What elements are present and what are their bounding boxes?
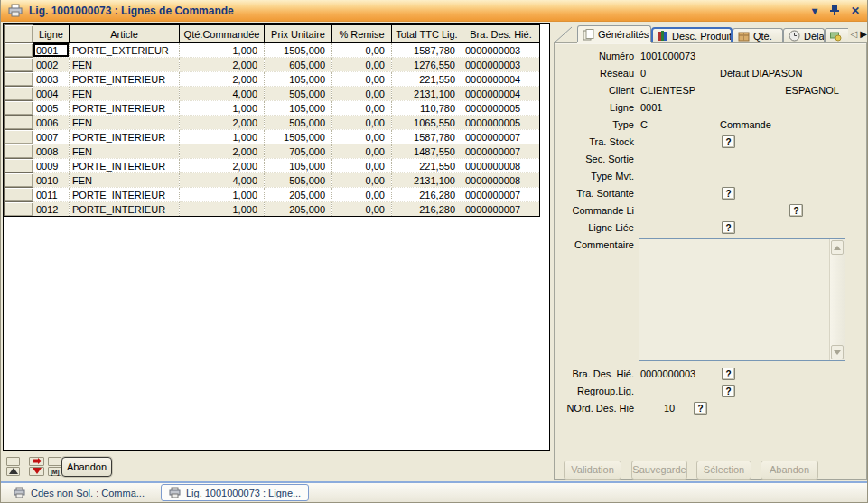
- table-cell[interactable]: 0000000004: [462, 87, 540, 101]
- tab-scroll-left-icon[interactable]: ◁: [851, 30, 858, 39]
- table-row[interactable]: 0011PORTE_INTERIEUR1,000205,0000,00216,2…: [5, 188, 540, 202]
- help-button[interactable]: ?: [722, 221, 735, 234]
- table-cell[interactable]: PORTE_INTERIEUR: [70, 188, 180, 202]
- row-selector[interactable]: [5, 58, 33, 72]
- help-button[interactable]: ?: [789, 204, 803, 217]
- table-cell[interactable]: 0003: [33, 72, 70, 87]
- footer-button-2[interactable]: Sélection: [696, 461, 751, 480]
- collapse-button[interactable]: ▾: [812, 5, 817, 16]
- table-cell[interactable]: 0000000007: [462, 144, 540, 159]
- field-value[interactable]: C: [640, 117, 648, 132]
- row-selector[interactable]: [5, 72, 33, 87]
- table-cell[interactable]: 0,00: [332, 101, 392, 116]
- grid-nav-button[interactable]: [6, 457, 20, 466]
- column-header[interactable]: Article: [70, 25, 180, 43]
- row-selector[interactable]: [5, 173, 33, 188]
- grid-nav-button[interactable]: [48, 457, 61, 466]
- help-button[interactable]: ?: [722, 135, 735, 148]
- table-cell[interactable]: PORTE_EXTERIEUR: [70, 43, 180, 58]
- table-cell[interactable]: 1,000: [180, 188, 265, 202]
- table-row[interactable]: 0002FEN2,000605,0000,001276,550000000000…: [5, 58, 540, 72]
- table-row[interactable]: 0003PORTE_INTERIEUR2,000105,0000,00221,5…: [5, 72, 540, 87]
- table-cell[interactable]: 221,550: [392, 72, 462, 87]
- table-cell[interactable]: 110,780: [392, 101, 462, 116]
- field-value[interactable]: 1001000073: [640, 49, 695, 63]
- table-cell[interactable]: 205,000: [265, 202, 332, 217]
- table-cell[interactable]: 4,000: [180, 173, 265, 188]
- row-selector[interactable]: [5, 144, 33, 159]
- taskbar-item-1[interactable]: Lig. 1001000073 : Ligne...: [161, 484, 309, 501]
- table-row[interactable]: 0010FEN4,000505,0000,002131,100000000000…: [5, 173, 540, 188]
- footer-button-3[interactable]: Abandon: [761, 461, 818, 480]
- table-cell[interactable]: 505,000: [265, 116, 332, 130]
- table-cell[interactable]: 0007: [33, 130, 70, 144]
- table-cell[interactable]: 216,280: [392, 188, 462, 202]
- table-row[interactable]: 0008FEN2,000705,0000,001487,550000000000…: [5, 144, 540, 159]
- table-cell[interactable]: 1,000: [180, 130, 265, 144]
- table-cell[interactable]: 0000000007: [462, 130, 540, 144]
- table-row[interactable]: 0005PORTE_INTERIEUR1,000105,0000,00110,7…: [5, 101, 540, 116]
- footer-button-1[interactable]: Sauvegarde: [631, 461, 687, 480]
- table-cell[interactable]: 0000000005: [462, 116, 540, 130]
- table-cell[interactable]: 0,00: [332, 116, 392, 130]
- close-button[interactable]: ✕: [851, 5, 860, 16]
- table-cell[interactable]: 0000000007: [462, 202, 540, 217]
- table-cell[interactable]: 4,000: [180, 87, 265, 101]
- table-cell[interactable]: 0009: [33, 159, 70, 173]
- tab-0[interactable]: Généralités: [577, 25, 651, 42]
- tab-3[interactable]: Délai: [783, 28, 825, 42]
- table-cell[interactable]: 0,00: [332, 87, 392, 101]
- table-cell[interactable]: 2,000: [180, 116, 265, 130]
- table-cell[interactable]: FEN: [70, 116, 180, 130]
- table-cell[interactable]: 1505,000: [265, 43, 332, 58]
- footer-button-0[interactable]: Validation: [564, 461, 621, 480]
- column-header[interactable]: % Remise: [332, 25, 392, 43]
- row-selector[interactable]: [5, 101, 33, 116]
- table-cell[interactable]: 1505,000: [265, 130, 332, 144]
- row-selector[interactable]: [5, 159, 33, 173]
- table-cell[interactable]: 0000000003: [462, 43, 540, 58]
- table-cell[interactable]: PORTE_INTERIEUR: [70, 72, 180, 87]
- table-cell[interactable]: 1276,550: [392, 58, 462, 72]
- table-cell[interactable]: 0008: [33, 144, 70, 159]
- table-cell[interactable]: PORTE_INTERIEUR: [70, 202, 180, 217]
- row-selector[interactable]: [5, 188, 33, 202]
- table-cell[interactable]: FEN: [70, 87, 180, 101]
- table-cell[interactable]: 1587,780: [392, 43, 462, 58]
- help-button[interactable]: ?: [722, 187, 735, 200]
- order-lines-table[interactable]: LigneArticleQté.CommandéePrix Unitaire% …: [4, 24, 540, 217]
- table-cell[interactable]: PORTE_INTERIEUR: [70, 130, 180, 144]
- field-value[interactable]: 10: [640, 401, 698, 415]
- textarea-scrollbar[interactable]: [829, 239, 845, 360]
- table-cell[interactable]: 0,00: [332, 144, 392, 159]
- grid-nav-button[interactable]: [29, 457, 44, 466]
- table-cell[interactable]: 0,00: [332, 173, 392, 188]
- table-cell[interactable]: 2,000: [180, 144, 265, 159]
- table-cell[interactable]: 0,00: [332, 43, 392, 58]
- table-cell[interactable]: 0000000003: [462, 58, 540, 72]
- table-cell[interactable]: 205,000: [265, 188, 332, 202]
- table-cell[interactable]: 2131,100: [392, 87, 462, 101]
- table-row[interactable]: 0007PORTE_INTERIEUR1,0001505,0000,001587…: [5, 130, 540, 144]
- table-cell[interactable]: 1065,550: [392, 116, 462, 130]
- row-selector[interactable]: [5, 116, 33, 130]
- table-row[interactable]: 0004FEN4,000505,0000,002131,100000000000…: [5, 87, 540, 101]
- table-cell[interactable]: 2,000: [180, 58, 265, 72]
- field-value[interactable]: CLIENTESP: [640, 83, 695, 98]
- table-cell[interactable]: PORTE_INTERIEUR: [70, 159, 180, 173]
- commentaire-textarea[interactable]: [639, 238, 845, 361]
- table-cell[interactable]: 0006: [33, 116, 70, 130]
- table-cell[interactable]: 2131,100: [392, 173, 462, 188]
- help-button[interactable]: ?: [722, 385, 735, 397]
- table-cell[interactable]: 0,00: [332, 58, 392, 72]
- table-cell[interactable]: FEN: [70, 144, 180, 159]
- column-header[interactable]: Ligne: [33, 25, 70, 43]
- table-cell[interactable]: 105,000: [265, 101, 332, 116]
- table-cell[interactable]: 0000000008: [462, 173, 540, 188]
- table-cell[interactable]: 0002: [33, 58, 70, 72]
- table-cell[interactable]: 0,00: [332, 72, 392, 87]
- table-cell[interactable]: 0004: [33, 87, 70, 101]
- table-cell[interactable]: 1587,780: [392, 130, 462, 144]
- scroll-up-button[interactable]: [831, 240, 844, 255]
- table-cell[interactable]: 0000000008: [462, 159, 540, 173]
